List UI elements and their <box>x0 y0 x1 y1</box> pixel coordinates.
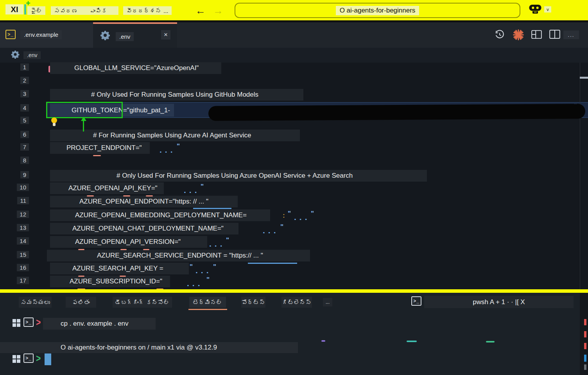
hidden-value-dots: ... <box>184 188 200 193</box>
tab-env-example[interactable]: >_ .env.example <box>0 22 93 48</box>
line-number: 12 <box>16 211 29 218</box>
annotation-arrow-line <box>83 121 84 132</box>
lightbulb-icon[interactable] <box>51 117 57 123</box>
code-line[interactable]: AZURE_SUBSCRIPTION_ID=" <box>50 276 170 287</box>
code-line[interactable]: AZURE_SEARCH_SERVICE_ENDPOINT = "https:/… <box>47 250 310 261</box>
back-arrow-icon[interactable]: ← <box>195 5 206 17</box>
line-number: 6 <box>16 131 29 138</box>
spell-squiggle <box>78 249 84 250</box>
hidden-value-dots: ... <box>187 281 203 286</box>
prompt-segment <box>407 341 417 342</box>
spell-squiggle <box>143 249 149 250</box>
code-line[interactable]: AZURE_OPENAI_API_KEY=" <box>50 182 164 194</box>
line-number: 3 <box>16 90 29 97</box>
editor-more-actions[interactable]: ... <box>563 31 579 39</box>
panel-tab-ports[interactable]: పోర్ట్స్ <box>241 297 265 308</box>
overview-mark-gray <box>584 364 586 370</box>
terminal-shell-icon: >_ <box>411 296 421 306</box>
colon-mark: : <box>283 212 285 220</box>
tab-env-example-label: .env.example <box>20 30 62 39</box>
annotation-green-box <box>46 102 123 118</box>
app-logo[interactable]: XI <box>5 4 23 14</box>
panel-tab-debug-console[interactable]: డీబగ్గింగ్ కన్సోల్ <box>113 297 172 308</box>
overview-mark-red <box>584 343 586 349</box>
close-icon[interactable]: × <box>161 30 170 40</box>
vscode-window: + XI ఫైల్ సవరణ ఎంపిక వీరదర్శన ... ← → O … <box>0 0 588 375</box>
copilot-icon[interactable] <box>529 4 542 15</box>
active-tab-underline <box>188 309 227 310</box>
line-number: 10 <box>16 184 29 191</box>
string-quote: " <box>201 183 204 191</box>
hidden-value-dots: ... <box>160 148 176 152</box>
terminal-command: cp . env. example . env <box>43 318 156 330</box>
line-number: 9 <box>16 171 29 178</box>
string-quote: " <box>226 236 229 244</box>
line-number: 7 <box>16 143 29 151</box>
spell-squiggle <box>87 195 94 197</box>
code-line[interactable]: AZURE_OPENAI_EMBEDDING_DEPLOYMENT_NAME= <box>50 209 270 221</box>
windows-logo-icon <box>13 319 20 328</box>
terminal-header[interactable]: pwsh A + 1 · · |[ X <box>424 296 574 308</box>
code-line[interactable]: AZURE_OPENAI_ENDPOINT="https: // ... " <box>50 196 238 207</box>
string-quote: " <box>177 142 180 150</box>
scrollbar-track <box>580 63 580 289</box>
code-line[interactable]: # For Running Samples Using Azure AI Age… <box>50 130 300 141</box>
powershell-icon: >_ <box>23 353 34 363</box>
url-underline <box>248 263 297 264</box>
line-number: 2 <box>16 77 29 84</box>
hidden-value-dots: ... <box>209 242 226 246</box>
code-line[interactable]: # Only Used For Running Samples Using Az… <box>50 170 427 182</box>
panel-divider[interactable] <box>0 289 588 293</box>
code-line[interactable]: AZURE_OPENAI_API_VERSION=" <box>50 236 207 248</box>
split-editor-icon[interactable] <box>549 29 560 41</box>
panel-tab-gitlens[interactable]: గిట్‌లెన్స్ <box>281 297 312 308</box>
customize-layout-icon[interactable] <box>531 30 542 41</box>
powershell-icon: >_ <box>23 317 34 327</box>
tab-env-label: .env <box>116 32 134 41</box>
overview-mark-red <box>584 319 586 325</box>
string-quote: " <box>190 263 193 271</box>
code-line[interactable]: AZURE_OPENAI_CHAT_DEPLOYMENT_NAME=" <box>50 223 238 234</box>
code-line[interactable]: # Only Used For Running Samples Using Gi… <box>50 89 303 101</box>
menu-more[interactable]: ... <box>160 6 172 15</box>
line-number: 14 <box>16 237 29 245</box>
panel-tab-output[interactable]: ఫలితం <box>66 297 96 308</box>
menu-view[interactable]: వీరదర్శన <box>123 6 165 15</box>
breadcrumb-file[interactable]: .env <box>23 51 41 59</box>
terminal-status-line: O ai-agents-for-beginners on / main x1 v… <box>0 342 298 353</box>
copilot-edits-starburst-icon[interactable] <box>513 29 524 42</box>
terminal-cursor <box>45 353 51 365</box>
forward-arrow-icon[interactable]: → <box>213 5 223 17</box>
scrollbar-thumb[interactable] <box>580 77 588 79</box>
bottom-panel: సమస్యలు ఫలితం డీబగ్గింగ్ కన్సోల్ టెర్మిన… <box>0 293 588 375</box>
line-number: 16 <box>16 264 29 271</box>
command-center[interactable]: O ai-agents-for-beginners <box>235 3 520 18</box>
prompt-segment <box>486 341 495 343</box>
menu-file[interactable]: ఫైల్ <box>27 6 45 15</box>
line-number: 5 <box>16 117 29 124</box>
line-number: 13 <box>16 224 29 231</box>
code-line[interactable]: AZURE_SEARCH_API_KEY = <box>50 263 189 274</box>
code-line[interactable]: PROJECT_ENDPOINT=" <box>50 142 150 154</box>
panel-tab-problems[interactable]: సమస్యలు <box>19 297 52 308</box>
prompt-chevron-green: > <box>36 352 41 364</box>
spell-squiggle <box>123 195 130 197</box>
spell-squiggle <box>93 155 101 156</box>
timeline-history-icon[interactable] <box>494 29 505 41</box>
hidden-value-dots: ... <box>294 215 310 220</box>
hidden-value-dots: ... <box>195 268 212 273</box>
panel-tab-terminal[interactable]: టెర్మినల్ <box>189 297 226 308</box>
spell-squiggle <box>120 276 126 277</box>
line-number: 11 <box>16 197 29 204</box>
url-underline <box>193 208 231 209</box>
command-center-label: O ai-agents-for-beginners <box>336 6 419 15</box>
panel-tab-more[interactable]: ... <box>323 298 332 306</box>
line-number: 15 <box>16 251 29 258</box>
line-number: 17 <box>16 277 29 284</box>
menu-edit[interactable]: సవరణ <box>51 6 81 15</box>
string-quote: " <box>280 223 283 231</box>
menu-selection[interactable]: ఎంపిక <box>78 6 118 15</box>
prompt-segment <box>321 340 325 342</box>
code-line[interactable]: GLOBAL_LLM_SERVICE="AzureOpenAI" <box>50 62 221 74</box>
copilot-dropdown-caret[interactable]: v <box>544 6 551 13</box>
